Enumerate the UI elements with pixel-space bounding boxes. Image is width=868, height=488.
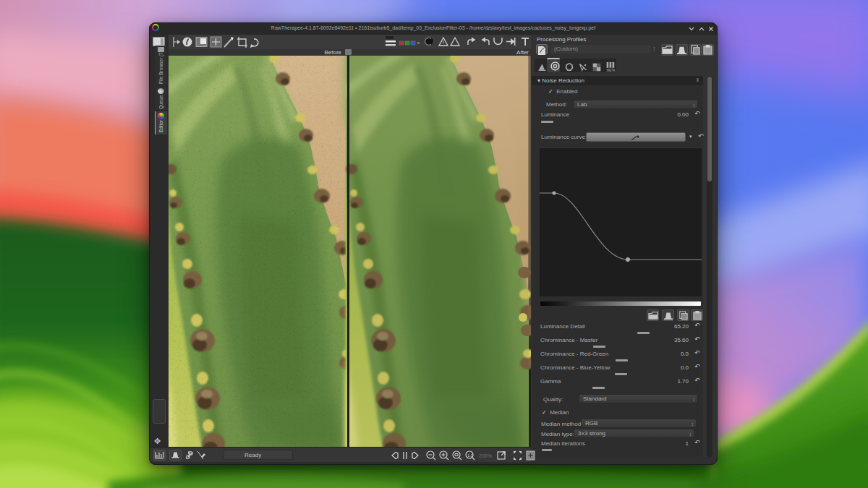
svg-text:META: META: [606, 69, 615, 72]
svg-text:1:1: 1:1: [467, 453, 473, 458]
svg-text:200%: 200%: [479, 453, 492, 458]
